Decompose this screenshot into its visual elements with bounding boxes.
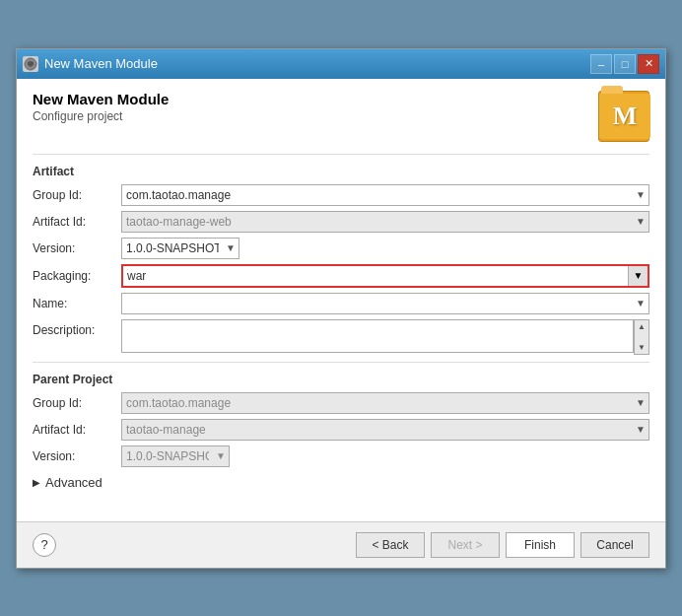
maven-icon: M xyxy=(598,91,649,142)
group-id-row: Group Id: com.taotao.manage ▼ xyxy=(33,184,649,206)
window-controls: – □ ✕ xyxy=(590,54,659,74)
description-scrollbar[interactable]: ▲ ▼ xyxy=(634,319,649,355)
packaging-input[interactable] xyxy=(123,266,628,286)
dialog-header: New Maven Module Configure project M xyxy=(33,91,649,142)
description-textarea-wrapper: ▲ ▼ xyxy=(121,319,649,356)
artifact-id-row: Artifact Id: taotao-manage-web ▼ xyxy=(33,211,649,233)
close-button[interactable]: ✕ xyxy=(638,54,659,74)
window-title: New Maven Module xyxy=(44,56,158,71)
dialog-footer: ? < Back Next > Finish Cancel xyxy=(17,521,665,568)
parent-project-section-title: Parent Project xyxy=(33,373,649,386)
advanced-section[interactable]: ▶ Advanced xyxy=(33,475,649,490)
title-bar: New Maven Module – □ ✕ xyxy=(17,49,665,79)
version-select-wrapper: 1.0.0-SNAPSHOT ▼ xyxy=(121,238,239,259)
packaging-label: Packaging: xyxy=(33,269,121,283)
back-button[interactable]: < Back xyxy=(356,532,425,558)
parent-group-id-select-wrapper: com.taotao.manage ▼ xyxy=(121,392,649,414)
artifact-id-select[interactable]: taotao-manage-web xyxy=(121,211,649,233)
scroll-down-icon: ▼ xyxy=(638,343,646,352)
header-divider xyxy=(33,154,649,155)
next-button[interactable]: Next > xyxy=(431,532,500,558)
version-row: Version: 1.0.0-SNAPSHOT ▼ xyxy=(33,238,649,259)
parent-group-id-row: Group Id: com.taotao.manage ▼ xyxy=(33,392,649,414)
advanced-expand-icon: ▶ xyxy=(33,477,40,488)
maximize-button[interactable]: □ xyxy=(614,54,636,74)
dialog-subtitle: Configure project xyxy=(33,109,169,123)
artifact-id-label: Artifact Id: xyxy=(33,215,121,229)
advanced-label: Advanced xyxy=(45,475,102,490)
parent-artifact-id-select[interactable]: taotao-manage xyxy=(121,419,649,441)
parent-version-row: Version: 1.0.0-SNAPSHOT ▼ xyxy=(33,445,649,467)
parent-group-id-select[interactable]: com.taotao.manage xyxy=(121,392,649,414)
cancel-button[interactable]: Cancel xyxy=(580,532,649,558)
parent-version-select[interactable]: 1.0.0-SNAPSHOT xyxy=(121,445,230,467)
window-icon xyxy=(23,56,38,72)
footer-buttons: < Back Next > Finish Cancel xyxy=(356,532,649,558)
group-id-select-wrapper: com.taotao.manage ▼ xyxy=(121,184,649,206)
dialog-content: New Maven Module Configure project M Art… xyxy=(17,79,665,521)
parent-version-label: Version: xyxy=(33,449,121,463)
maven-letter: M xyxy=(613,102,638,131)
footer-left: ? xyxy=(33,533,56,557)
packaging-input-wrapper: ▼ xyxy=(121,264,649,288)
scroll-up-icon: ▲ xyxy=(638,322,646,331)
finish-button[interactable]: Finish xyxy=(506,532,575,558)
version-select[interactable]: 1.0.0-SNAPSHOT xyxy=(121,238,239,259)
name-label: Name: xyxy=(33,297,121,310)
parent-version-select-wrapper: 1.0.0-SNAPSHOT ▼ xyxy=(121,445,230,467)
dialog-title: New Maven Module xyxy=(33,91,169,107)
name-select[interactable] xyxy=(121,293,649,314)
header-text: New Maven Module Configure project xyxy=(33,91,169,123)
packaging-row: Packaging: ▼ xyxy=(33,264,649,288)
group-id-label: Group Id: xyxy=(33,188,121,202)
version-label: Version: xyxy=(33,241,121,255)
name-row: Name: ▼ xyxy=(33,293,649,314)
title-bar-left: New Maven Module xyxy=(23,56,158,72)
group-id-select[interactable]: com.taotao.manage xyxy=(121,184,649,206)
artifact-section-title: Artifact xyxy=(33,165,649,178)
packaging-dropdown-button[interactable]: ▼ xyxy=(628,266,648,286)
help-button[interactable]: ? xyxy=(33,533,56,557)
spacer xyxy=(33,490,649,510)
description-row: Description: ▲ ▼ xyxy=(33,319,649,356)
parent-artifact-id-select-wrapper: taotao-manage ▼ xyxy=(121,419,649,441)
name-select-wrapper: ▼ xyxy=(121,293,649,314)
description-textarea[interactable] xyxy=(121,319,634,353)
dialog-window: New Maven Module – □ ✕ New Maven Module … xyxy=(16,48,666,569)
minimize-button[interactable]: – xyxy=(590,54,612,74)
section-divider xyxy=(33,362,649,363)
artifact-id-select-wrapper: taotao-manage-web ▼ xyxy=(121,211,649,233)
description-label: Description: xyxy=(33,319,121,337)
parent-group-id-label: Group Id: xyxy=(33,396,121,410)
parent-artifact-id-row: Artifact Id: taotao-manage ▼ xyxy=(33,419,649,441)
parent-artifact-id-label: Artifact Id: xyxy=(33,423,121,437)
